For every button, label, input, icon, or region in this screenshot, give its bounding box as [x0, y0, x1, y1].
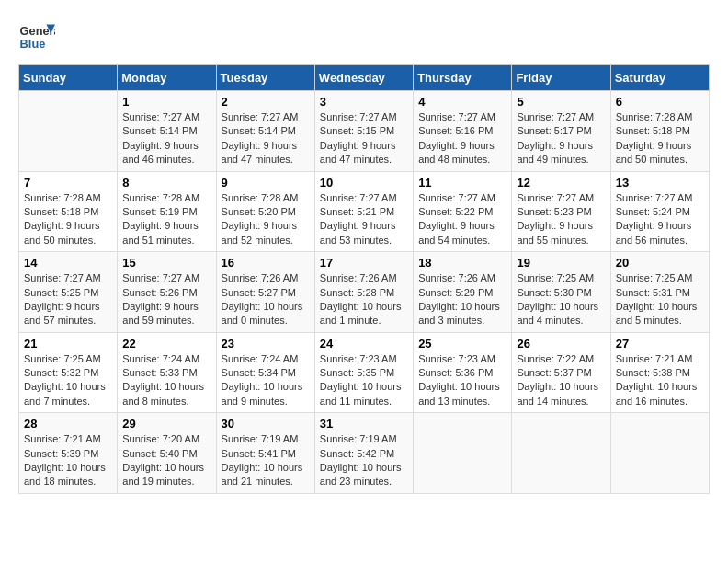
day-number: 6 — [616, 95, 704, 109]
day-number: 1 — [122, 95, 210, 109]
calendar-cell: 30Sunrise: 7:19 AM Sunset: 5:41 PM Dayli… — [216, 413, 314, 494]
day-number: 4 — [418, 95, 506, 109]
header-day-tuesday: Tuesday — [216, 65, 314, 91]
day-number: 9 — [222, 176, 310, 190]
day-number: 25 — [418, 337, 506, 350]
calendar-cell: 9Sunrise: 7:28 AM Sunset: 5:20 PM Daylig… — [216, 171, 314, 252]
day-number: 19 — [517, 256, 605, 270]
day-number: 30 — [222, 417, 310, 431]
svg-text:Blue: Blue — [20, 37, 46, 51]
calendar-week-3: 14Sunrise: 7:27 AM Sunset: 5:25 PM Dayli… — [19, 252, 710, 333]
day-number: 14 — [24, 256, 112, 270]
cell-content: Sunrise: 7:27 AM Sunset: 5:23 PM Dayligh… — [517, 191, 605, 248]
cell-content: Sunrise: 7:27 AM Sunset: 5:16 PM Dayligh… — [418, 110, 506, 167]
calendar-cell: 19Sunrise: 7:25 AM Sunset: 5:30 PM Dayli… — [512, 252, 610, 333]
cell-content: Sunrise: 7:21 AM Sunset: 5:39 PM Dayligh… — [24, 432, 112, 489]
calendar-header-row: SundayMondayTuesdayWednesdayThursdayFrid… — [19, 65, 710, 91]
calendar-cell: 11Sunrise: 7:27 AM Sunset: 5:22 PM Dayli… — [414, 171, 512, 252]
day-number: 23 — [222, 337, 310, 350]
calendar-cell: 2Sunrise: 7:27 AM Sunset: 5:14 PM Daylig… — [216, 91, 314, 172]
calendar-week-1: 1Sunrise: 7:27 AM Sunset: 5:14 PM Daylig… — [19, 91, 710, 172]
calendar-cell: 29Sunrise: 7:20 AM Sunset: 5:40 PM Dayli… — [118, 413, 216, 494]
cell-content: Sunrise: 7:27 AM Sunset: 5:14 PM Dayligh… — [222, 110, 310, 167]
calendar-cell: 12Sunrise: 7:27 AM Sunset: 5:23 PM Dayli… — [512, 171, 610, 252]
cell-content: Sunrise: 7:27 AM Sunset: 5:24 PM Dayligh… — [616, 191, 704, 248]
header-day-friday: Friday — [512, 65, 610, 91]
day-number: 3 — [320, 95, 408, 109]
logo-icon: General Blue — [18, 18, 55, 55]
cell-content: Sunrise: 7:27 AM Sunset: 5:14 PM Dayligh… — [122, 110, 210, 167]
day-number: 31 — [320, 417, 408, 431]
calendar-cell: 24Sunrise: 7:23 AM Sunset: 5:35 PM Dayli… — [314, 332, 413, 413]
day-number: 21 — [24, 337, 112, 350]
calendar-cell: 7Sunrise: 7:28 AM Sunset: 5:18 PM Daylig… — [19, 171, 118, 252]
cell-content: Sunrise: 7:22 AM Sunset: 5:37 PM Dayligh… — [517, 352, 605, 409]
cell-content: Sunrise: 7:24 AM Sunset: 5:33 PM Dayligh… — [122, 352, 210, 409]
day-number: 28 — [24, 417, 112, 431]
cell-content: Sunrise: 7:27 AM Sunset: 5:22 PM Dayligh… — [418, 191, 506, 248]
calendar-cell: 27Sunrise: 7:21 AM Sunset: 5:38 PM Dayli… — [610, 332, 709, 413]
calendar-cell: 13Sunrise: 7:27 AM Sunset: 5:24 PM Dayli… — [610, 171, 709, 252]
calendar-cell: 17Sunrise: 7:26 AM Sunset: 5:28 PM Dayli… — [314, 252, 413, 333]
calendar-cell — [414, 413, 512, 494]
calendar-cell: 6Sunrise: 7:28 AM Sunset: 5:18 PM Daylig… — [610, 91, 709, 172]
calendar-cell — [610, 413, 709, 494]
day-number: 12 — [517, 176, 605, 190]
calendar-cell: 22Sunrise: 7:24 AM Sunset: 5:33 PM Dayli… — [118, 332, 216, 413]
header-day-saturday: Saturday — [610, 65, 709, 91]
day-number: 5 — [517, 95, 605, 109]
day-number: 8 — [122, 176, 210, 190]
day-number: 17 — [320, 256, 408, 270]
calendar-week-5: 28Sunrise: 7:21 AM Sunset: 5:39 PM Dayli… — [19, 413, 710, 494]
calendar-cell: 5Sunrise: 7:27 AM Sunset: 5:17 PM Daylig… — [512, 91, 610, 172]
cell-content: Sunrise: 7:19 AM Sunset: 5:42 PM Dayligh… — [320, 432, 408, 489]
day-number: 15 — [122, 256, 210, 270]
cell-content: Sunrise: 7:23 AM Sunset: 5:36 PM Dayligh… — [418, 352, 506, 409]
cell-content: Sunrise: 7:27 AM Sunset: 5:15 PM Dayligh… — [320, 110, 408, 167]
day-number: 22 — [122, 337, 210, 350]
calendar-cell: 20Sunrise: 7:25 AM Sunset: 5:31 PM Dayli… — [610, 252, 709, 333]
cell-content: Sunrise: 7:21 AM Sunset: 5:38 PM Dayligh… — [616, 352, 704, 409]
cell-content: Sunrise: 7:28 AM Sunset: 5:19 PM Dayligh… — [122, 191, 210, 248]
calendar-cell: 1Sunrise: 7:27 AM Sunset: 5:14 PM Daylig… — [118, 91, 216, 172]
cell-content: Sunrise: 7:26 AM Sunset: 5:29 PM Dayligh… — [418, 271, 506, 328]
day-number: 11 — [418, 176, 506, 190]
logo: General Blue — [18, 18, 55, 55]
day-number: 29 — [122, 417, 210, 431]
day-number: 7 — [24, 176, 112, 190]
header-day-wednesday: Wednesday — [314, 65, 413, 91]
cell-content: Sunrise: 7:25 AM Sunset: 5:32 PM Dayligh… — [24, 352, 112, 409]
calendar-cell: 3Sunrise: 7:27 AM Sunset: 5:15 PM Daylig… — [314, 91, 413, 172]
calendar-cell — [512, 413, 610, 494]
calendar-cell: 10Sunrise: 7:27 AM Sunset: 5:21 PM Dayli… — [314, 171, 413, 252]
cell-content: Sunrise: 7:25 AM Sunset: 5:31 PM Dayligh… — [616, 271, 704, 328]
day-number: 16 — [222, 256, 310, 270]
header-day-thursday: Thursday — [414, 65, 512, 91]
cell-content: Sunrise: 7:28 AM Sunset: 5:18 PM Dayligh… — [24, 191, 112, 248]
cell-content: Sunrise: 7:27 AM Sunset: 5:17 PM Dayligh… — [517, 110, 605, 167]
calendar-week-2: 7Sunrise: 7:28 AM Sunset: 5:18 PM Daylig… — [19, 171, 710, 252]
calendar-week-4: 21Sunrise: 7:25 AM Sunset: 5:32 PM Dayli… — [19, 332, 710, 413]
cell-content: Sunrise: 7:25 AM Sunset: 5:30 PM Dayligh… — [517, 271, 605, 328]
cell-content: Sunrise: 7:27 AM Sunset: 5:26 PM Dayligh… — [122, 271, 210, 328]
cell-content: Sunrise: 7:23 AM Sunset: 5:35 PM Dayligh… — [320, 352, 408, 409]
cell-content: Sunrise: 7:20 AM Sunset: 5:40 PM Dayligh… — [122, 432, 210, 489]
header-day-sunday: Sunday — [19, 65, 118, 91]
cell-content: Sunrise: 7:28 AM Sunset: 5:20 PM Dayligh… — [222, 191, 310, 248]
header-day-monday: Monday — [118, 65, 216, 91]
day-number: 27 — [616, 337, 704, 350]
day-number: 24 — [320, 337, 408, 350]
day-number: 13 — [616, 176, 704, 190]
calendar-cell: 8Sunrise: 7:28 AM Sunset: 5:19 PM Daylig… — [118, 171, 216, 252]
day-number: 20 — [616, 256, 704, 270]
day-number: 26 — [517, 337, 605, 350]
cell-content: Sunrise: 7:19 AM Sunset: 5:41 PM Dayligh… — [222, 432, 310, 489]
page-header: General Blue — [18, 18, 710, 55]
calendar-cell: 16Sunrise: 7:26 AM Sunset: 5:27 PM Dayli… — [216, 252, 314, 333]
cell-content: Sunrise: 7:26 AM Sunset: 5:27 PM Dayligh… — [222, 271, 310, 328]
day-number: 18 — [418, 256, 506, 270]
calendar-cell: 23Sunrise: 7:24 AM Sunset: 5:34 PM Dayli… — [216, 332, 314, 413]
cell-content: Sunrise: 7:26 AM Sunset: 5:28 PM Dayligh… — [320, 271, 408, 328]
day-number: 2 — [222, 95, 310, 109]
calendar-table: SundayMondayTuesdayWednesdayThursdayFrid… — [18, 64, 710, 494]
